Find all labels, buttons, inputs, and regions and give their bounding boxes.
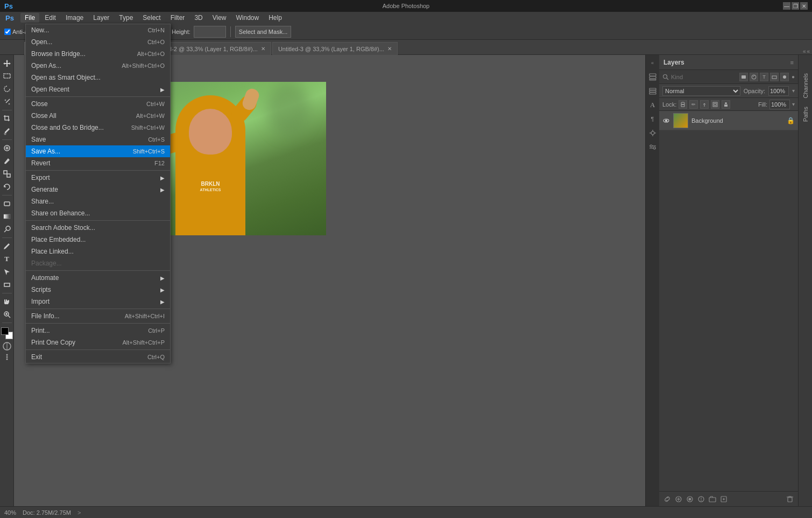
eraser-tool[interactable] (1, 198, 13, 209)
healing-brush-tool[interactable] (1, 142, 13, 154)
antialias-checkbox[interactable] (4, 29, 11, 35)
fill-arrow[interactable]: ▾ (792, 101, 795, 107)
tab-untitled-3[interactable]: Untitled-3 @ 33,3% (Layer 1, RGB/8#)... … (272, 42, 398, 55)
rectangular-marquee-tool[interactable] (1, 70, 13, 82)
opacity-arrow[interactable]: ▾ (792, 88, 795, 94)
menu-select[interactable]: Select (138, 13, 165, 23)
menu-item-open[interactable]: Open... Ctrl+O (26, 36, 170, 48)
right-expand-icon[interactable]: « (647, 57, 659, 69)
menu-type[interactable]: Type (115, 13, 137, 23)
layer-item-background[interactable]: Background 🔒 (659, 111, 798, 130)
menu-help[interactable]: Help (264, 13, 286, 23)
menu-item-save[interactable]: Save Ctrl+S (26, 134, 170, 145)
menu-item-share[interactable]: Share... (26, 195, 170, 207)
move-tool[interactable] (1, 57, 13, 69)
menu-item-export[interactable]: Export ▶ (26, 172, 170, 184)
menu-item-place-linked[interactable]: Place Linked... (26, 246, 170, 257)
foreground-color[interactable] (1, 327, 13, 339)
magic-wand-tool[interactable] (1, 96, 13, 108)
select-mask-button[interactable]: Select and Mask... (235, 26, 292, 38)
lock-pixels-btn[interactable]: ✏ (689, 100, 698, 109)
lock-all-btn[interactable] (722, 100, 730, 109)
properties-icon[interactable] (647, 127, 659, 139)
adjustments-icon[interactable] (647, 141, 659, 153)
paths-rotated-label[interactable]: Paths (800, 104, 811, 124)
hand-tool[interactable] (1, 296, 13, 307)
menu-item-open-smart[interactable]: Open as Smart Object... (26, 72, 170, 83)
menu-layer[interactable]: Layer (89, 13, 114, 23)
lock-position-btn[interactable] (700, 100, 709, 109)
ps-logo-icon[interactable]: Ps (2, 14, 17, 22)
menu-file[interactable]: File (20, 13, 39, 23)
menu-item-print[interactable]: Print... Ctrl+P (26, 325, 170, 337)
menu-item-open-as[interactable]: Open As... Alt+Shift+Ctrl+O (26, 60, 170, 72)
type-tool[interactable]: T (1, 253, 13, 265)
blend-mode-select[interactable]: Normal Dissolve Multiply Screen (662, 86, 740, 96)
pen-tool[interactable] (1, 240, 13, 252)
history-brush-tool[interactable] (1, 181, 13, 193)
menu-item-close-bridge[interactable]: Close and Go to Bridge... Shift+Ctrl+W (26, 122, 170, 134)
menu-item-automate[interactable]: Automate ▶ (26, 272, 170, 284)
group-layers-btn[interactable] (708, 494, 717, 504)
paragraph-icon[interactable]: ¶ (647, 113, 659, 125)
menu-item-import[interactable]: Import ▶ (26, 296, 170, 307)
menu-edit[interactable]: Edit (40, 13, 60, 23)
menu-item-close[interactable]: Close Ctrl+W (26, 98, 170, 110)
opacity-input[interactable] (768, 86, 789, 96)
more-tools[interactable] (2, 353, 12, 362)
menu-item-file-info[interactable]: File Info... Alt+Shift+Ctrl+I (26, 310, 170, 322)
panels-collapse-left-icon[interactable]: « (803, 48, 806, 54)
gradient-tool[interactable] (1, 211, 13, 222)
layer-filter-type[interactable]: T (760, 73, 768, 81)
menu-item-exit[interactable]: Exit Ctrl+Q (26, 351, 170, 363)
link-layers-btn[interactable] (662, 494, 672, 504)
restore-button[interactable]: ❐ (792, 2, 799, 10)
layer-filter-adjustment[interactable] (750, 73, 758, 81)
add-mask-btn[interactable] (685, 494, 695, 504)
menu-item-revert[interactable]: Revert F12 (26, 157, 170, 169)
delete-layer-btn[interactable] (785, 494, 795, 504)
menu-item-place-embedded[interactable]: Place Embedded... (26, 234, 170, 246)
menu-window[interactable]: Window (232, 13, 264, 23)
layer-filter-pixel[interactable] (739, 73, 748, 81)
status-expand-btn[interactable]: > (77, 509, 81, 516)
menu-item-search-stock[interactable]: Search Adobe Stock... (26, 222, 170, 234)
panels-collapse-right-icon[interactable]: « (807, 48, 810, 54)
layers-icon[interactable] (647, 85, 659, 97)
channels-rotated-label[interactable]: Channels (800, 71, 811, 100)
type-icon[interactable]: A (647, 99, 659, 111)
menu-item-new[interactable]: New... Ctrl+N (26, 24, 170, 36)
dodge-tool[interactable] (1, 223, 13, 235)
new-layer-btn[interactable] (719, 494, 729, 504)
menu-item-close-all[interactable]: Close All Alt+Ctrl+W (26, 110, 170, 122)
clone-stamp-tool[interactable] (1, 168, 13, 180)
menu-item-share-behance[interactable]: Share on Behance... (26, 207, 170, 219)
path-selection-tool[interactable] (1, 266, 13, 278)
menu-image[interactable]: Image (61, 13, 88, 23)
lasso-tool[interactable] (1, 83, 13, 95)
eyedropper-tool[interactable] (1, 125, 13, 137)
menu-3d[interactable]: 3D (190, 13, 207, 23)
menu-item-scripts[interactable]: Scripts ▶ (26, 284, 170, 296)
lock-artboard-btn[interactable] (711, 100, 719, 109)
channels-icon[interactable] (647, 71, 659, 83)
new-adjustment-btn[interactable] (696, 494, 706, 504)
tab-2-close[interactable]: ✕ (261, 46, 265, 52)
add-style-btn[interactable] (674, 494, 683, 504)
menu-item-save-as[interactable]: Save As... Shift+Ctrl+S (26, 145, 170, 157)
menu-item-open-recent[interactable]: Open Recent ▶ (26, 83, 170, 95)
layer-filter-toggle[interactable]: ● (792, 74, 795, 80)
menu-filter[interactable]: Filter (166, 13, 189, 23)
menu-view[interactable]: View (208, 13, 231, 23)
minimize-button[interactable]: — (783, 2, 790, 10)
tab-3-close[interactable]: ✕ (387, 46, 392, 52)
close-button[interactable]: ✕ (800, 2, 808, 10)
layers-menu-icon[interactable]: ≡ (790, 59, 794, 66)
zoom-tool[interactable] (1, 309, 13, 320)
layer-filter-shape[interactable] (770, 73, 779, 81)
shape-tool[interactable] (1, 279, 13, 291)
menu-item-browse[interactable]: Browse in Bridge... Alt+Ctrl+O (26, 48, 170, 60)
quick-mask-mode[interactable] (2, 341, 12, 351)
lock-transparent-btn[interactable] (679, 100, 687, 109)
layer-visibility-eye[interactable] (662, 117, 670, 124)
